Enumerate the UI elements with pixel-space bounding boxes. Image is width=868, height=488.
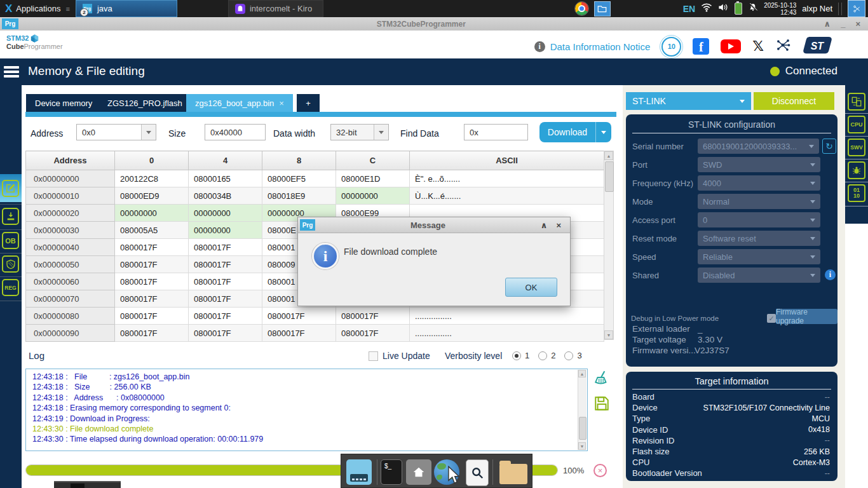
column-header[interactable]: 8	[262, 151, 336, 170]
shield-icon[interactable]	[2, 255, 19, 273]
config-dropdown[interactable]: 0	[698, 212, 820, 227]
find-data-input[interactable]: 0x	[464, 124, 528, 140]
memory-cell[interactable]: 200122C8	[115, 170, 189, 187]
wifi-icon[interactable]	[701, 3, 712, 15]
tab-add-button[interactable]: +	[297, 94, 320, 112]
column-header[interactable]: ASCII	[410, 151, 604, 170]
memory-cell[interactable]: 00000000	[115, 205, 189, 222]
folder-icon[interactable]	[498, 459, 529, 485]
x-social-icon[interactable]: 𝕏	[752, 38, 764, 55]
tab-close-icon[interactable]: ×	[279, 98, 284, 108]
scroll-thumb[interactable]	[579, 417, 587, 440]
memory-cell[interactable]: 0800017F	[189, 325, 262, 342]
scroll-up-icon[interactable]: ▲	[604, 151, 613, 160]
memory-cell[interactable]: 0800017F	[189, 256, 262, 273]
info-icon[interactable]: i	[825, 269, 836, 280]
keyboard-layout[interactable]: EN	[683, 4, 695, 14]
memory-cell[interactable]: 0800017F	[115, 325, 189, 342]
volume-icon[interactable]	[718, 3, 729, 15]
verbosity-option[interactable]: 2	[538, 351, 555, 360]
memory-cell[interactable]: 0800017F	[189, 239, 262, 256]
save-log-floppy-icon[interactable]	[593, 395, 610, 414]
scroll-up-icon[interactable]: ▲	[578, 370, 586, 377]
config-dropdown[interactable]: Software reset	[698, 231, 820, 246]
refresh-icon[interactable]: ↻	[822, 139, 836, 154]
memory-cell[interactable]: 0800017F	[115, 256, 189, 273]
debug-low-power-checkbox[interactable]: ✓	[767, 314, 776, 323]
taskbar-window-kiro[interactable]: intercomelt - Kiro	[228, 0, 323, 17]
memory-cell[interactable]: 0800017F	[262, 325, 336, 342]
dialog-minimize-icon[interactable]: ∧	[541, 220, 548, 230]
option-bytes-icon[interactable]: OB	[2, 232, 19, 249]
minimize-button[interactable]: ∧	[824, 19, 831, 29]
column-header[interactable]: C	[336, 151, 410, 170]
memory-cell[interactable]: 08000E1D	[336, 170, 410, 187]
home-folder-icon[interactable]	[406, 459, 431, 485]
notifications-muted-icon[interactable]	[748, 3, 758, 15]
file-compare-icon[interactable]	[848, 93, 865, 111]
column-header[interactable]: 4	[189, 151, 262, 170]
community-icon[interactable]	[775, 37, 792, 56]
verbosity-option[interactable]: 1	[512, 351, 529, 360]
memory-edit-icon[interactable]	[2, 180, 19, 197]
scroll-down-icon[interactable]: ▼	[578, 442, 586, 450]
memory-cell[interactable]: 0800017F	[336, 325, 410, 342]
firmware-upgrade-button[interactable]: Firmware upgrade	[776, 309, 837, 324]
memory-cell[interactable]: 00000000	[189, 222, 262, 239]
data-width-select[interactable]: 32-bit	[330, 124, 389, 140]
memory-cell[interactable]: 0800017F	[115, 290, 189, 308]
battery-icon[interactable]	[735, 3, 742, 15]
network-user-label[interactable]: alxp Net	[802, 4, 832, 13]
memory-cell[interactable]: 0800017F	[262, 308, 336, 325]
restore-button[interactable]: _	[841, 19, 845, 29]
tray-app-icon[interactable]	[848, 0, 865, 17]
scroll-thumb[interactable]	[605, 161, 614, 192]
config-dropdown[interactable]: 6800190012000039333...	[698, 139, 819, 154]
scroll-down-icon[interactable]: ▼	[604, 330, 613, 339]
chevron-down-icon[interactable]	[141, 125, 156, 140]
download-tool-icon[interactable]	[2, 208, 19, 225]
memory-cell[interactable]: 080018E9	[262, 187, 336, 205]
live-update-checkbox[interactable]	[369, 351, 378, 361]
search-icon[interactable]	[466, 459, 489, 486]
dialog-close-icon[interactable]: ×	[556, 220, 561, 230]
download-menu-caret[interactable]	[595, 122, 611, 142]
memory-cell[interactable]: 00000000	[336, 187, 410, 205]
fault-analyzer-bug-icon[interactable]	[848, 161, 865, 179]
download-button[interactable]: Download	[539, 122, 611, 142]
abort-icon[interactable]: ×	[593, 464, 607, 477]
size-input[interactable]: 0x40000	[205, 124, 266, 140]
memory-cell[interactable]: 08000ED9	[115, 187, 189, 205]
config-dropdown[interactable]: 4000	[698, 175, 820, 191]
memory-cell[interactable]: 00000000	[189, 205, 262, 222]
memory-cell[interactable]: 0800017F	[189, 290, 262, 308]
radio-button[interactable]	[538, 351, 547, 360]
facebook-icon[interactable]: f	[693, 38, 709, 55]
info-icon[interactable]: i	[534, 41, 545, 52]
memory-cell[interactable]: 0800017F	[115, 273, 189, 290]
applications-menu[interactable]: Applications	[16, 4, 60, 13]
memory-cell[interactable]: 0800034B	[189, 187, 262, 205]
cpu-core-icon[interactable]: CPU	[848, 116, 865, 133]
config-dropdown[interactable]: SWD	[698, 157, 820, 172]
memory-cell[interactable]: 0800017F	[115, 308, 189, 325]
terminal-icon[interactable]: $_	[381, 459, 402, 485]
tab-jflash-file[interactable]: ZGS126_PRO.jflash	[98, 94, 191, 112]
memory-cell[interactable]: 08000165	[189, 170, 262, 187]
memory-cell[interactable]: 0800017F	[336, 308, 410, 325]
clock[interactable]: 2025-10-13 12:43	[764, 2, 796, 16]
background-window-fragment[interactable]	[54, 481, 121, 488]
registers-icon[interactable]: REG	[2, 279, 19, 296]
tab-boot-app-bin[interactable]: zgs126_boot_app.bin ×	[186, 94, 293, 112]
youtube-icon[interactable]	[721, 39, 741, 53]
table-scrollbar[interactable]: ▲ ▼	[604, 151, 614, 340]
binary-view-icon[interactable]: 0110	[848, 184, 865, 202]
verbosity-option[interactable]: 3	[564, 351, 581, 360]
radio-button[interactable]	[512, 351, 521, 360]
memory-cell[interactable]: 080005A5	[115, 222, 189, 239]
config-dropdown[interactable]: Disabled	[698, 268, 820, 283]
config-dropdown[interactable]: Normal	[698, 194, 820, 209]
config-dropdown[interactable]: Reliable	[698, 249, 820, 264]
memory-cell[interactable]: 0800017F	[115, 239, 189, 256]
clear-log-broom-icon[interactable]	[593, 370, 610, 389]
